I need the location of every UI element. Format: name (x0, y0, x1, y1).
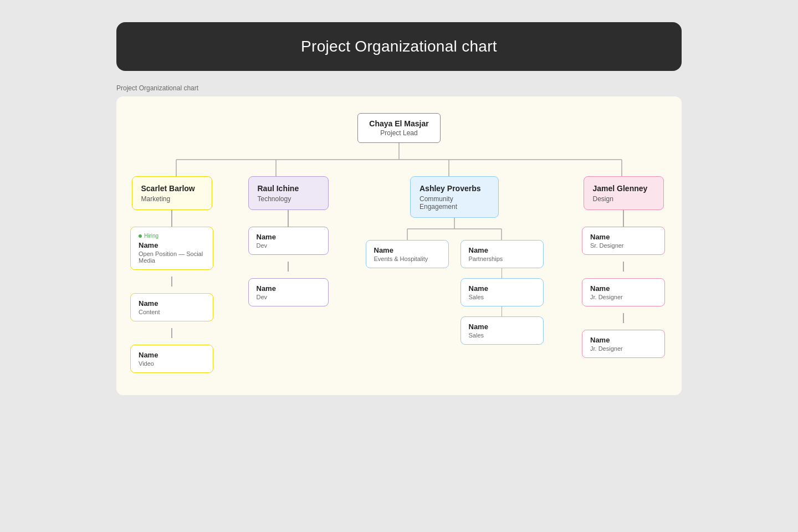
community-connectors (360, 218, 549, 240)
branch-technology: Raul Ichine Technology (248, 176, 329, 210)
dev2-name: Name (257, 284, 320, 293)
partnerships-name: Name (469, 246, 535, 254)
hiring-badge: Hiring (139, 233, 205, 239)
sr-vline (623, 262, 624, 272)
sr-designer-name: Name (590, 233, 657, 241)
child-dev-1: Name Dev (248, 227, 329, 255)
sales-vline (502, 306, 503, 316)
branch-marketing: Scarlet Barlow Marketing (132, 176, 212, 210)
marketing-vline (171, 210, 172, 227)
dev1-name: Name (257, 233, 320, 241)
marketing-role: Marketing (141, 195, 203, 203)
sales2-role: Sales (469, 332, 535, 339)
partnerships-vline (502, 268, 503, 278)
child-jr-designer-1: Name Jr. Designer (582, 278, 665, 306)
level1-cols: Scarlet Barlow Marketing Hiring Name Ope… (127, 176, 671, 373)
chart-container: Chaya El Masjar Project Lead Scarlet Bar… (116, 96, 682, 395)
jr-vline (623, 313, 624, 323)
design-name: Jamel Glenney (593, 183, 654, 193)
root-connectors-svg (127, 143, 671, 176)
child-jr-designer-2: Name Jr. Designer (582, 330, 665, 358)
hiring-dot (139, 234, 142, 238)
design-role: Design (593, 195, 654, 203)
child-name-1: Name (139, 241, 205, 249)
child-video: Name Video (130, 345, 213, 373)
child-sales-2: Name Sales (461, 316, 544, 345)
design-children: Name Sr. Designer Name Jr. Designer Name… (576, 227, 671, 358)
child-role-3: Video (139, 360, 205, 367)
child-sales-1: Name Sales (461, 278, 544, 306)
sales1-name: Name (469, 284, 535, 293)
col-marketing: Scarlet Barlow Marketing Hiring Name Ope… (127, 176, 216, 373)
jr-designer1-role: Jr. Designer (590, 294, 657, 300)
child-role-1: Open Position — Social Media (139, 250, 205, 264)
page-title: Project Organizational chart (139, 38, 659, 55)
marketing-name: Scarlet Barlow (141, 183, 203, 193)
child-events: Name Events & Hospitality (366, 240, 449, 268)
col-technology: Raul Ichine Technology Name Dev Name Dev (244, 176, 332, 306)
child-name-2: Name (139, 299, 205, 308)
col-design: Jamel Glenney Design Name Sr. Designer N… (576, 176, 671, 358)
jr-designer2-role: Jr. Designer (590, 345, 657, 352)
child-content: Name Content (130, 293, 213, 321)
events-role: Events & Hospitality (374, 255, 441, 262)
col-events: Name Events & Hospitality (364, 240, 450, 345)
technology-children: Name Dev Name Dev (244, 227, 332, 306)
org-chart: Chaya El Masjar Project Lead Scarlet Bar… (127, 113, 671, 373)
root-node: Chaya El Masjar Project Lead (357, 113, 440, 143)
design-vline (623, 210, 624, 227)
col-community: Ashley Proverbs Community Engagement Nam… (360, 176, 549, 345)
child-partnerships: Name Partnerships (461, 240, 544, 268)
vline-3 (171, 328, 172, 338)
partnerships-role: Partnerships (469, 255, 535, 262)
marketing-children: Hiring Name Open Position — Social Media… (127, 227, 216, 373)
child-name-3: Name (139, 351, 205, 359)
events-name: Name (374, 246, 441, 254)
breadcrumb: Project Organizational chart (116, 84, 682, 92)
child-sr-designer: Name Sr. Designer (582, 227, 665, 255)
root-name: Chaya El Masjar (369, 119, 428, 128)
jr-designer2-name: Name (590, 336, 657, 344)
sales2-name: Name (469, 323, 535, 331)
hiring-label: Hiring (144, 233, 158, 239)
technology-role: Technology (258, 195, 319, 203)
child-dev-2: Name Dev (248, 278, 329, 306)
col-partnerships: Name Partnerships Name Sales Name Sales (459, 240, 545, 345)
tech-vline-2 (288, 262, 289, 272)
tech-vline (288, 210, 289, 227)
branch-design: Jamel Glenney Design (584, 176, 664, 210)
child-role-2: Content (139, 309, 205, 315)
dev2-role: Dev (257, 294, 320, 300)
community-name: Ashley Proverbs (420, 183, 489, 193)
sales1-role: Sales (469, 294, 535, 300)
community-children-row: Name Events & Hospitality Name Partnersh… (360, 240, 549, 345)
root-role: Project Lead (369, 129, 428, 137)
vline-2 (171, 277, 172, 287)
jr-designer1-name: Name (590, 284, 657, 293)
dev1-role: Dev (257, 242, 320, 249)
page-header: Project Organizational chart (116, 22, 682, 71)
root-row: Chaya El Masjar Project Lead (127, 113, 671, 143)
child-social-media: Hiring Name Open Position — Social Media (130, 227, 213, 270)
branch-community: Ashley Proverbs Community Engagement (410, 176, 499, 218)
technology-name: Raul Ichine (258, 183, 319, 193)
sr-designer-role: Sr. Designer (590, 242, 657, 249)
community-role: Community Engagement (420, 195, 489, 211)
